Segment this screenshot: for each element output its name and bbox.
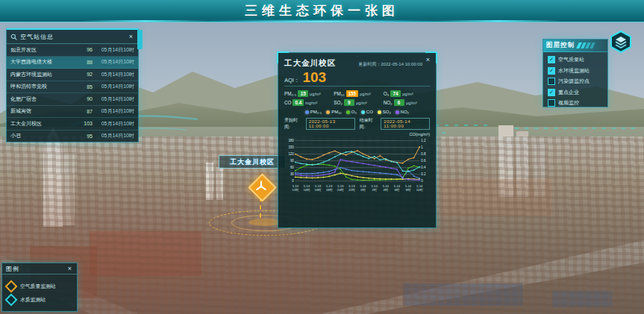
svg-text:5.148时: 5.148时: [405, 184, 412, 192]
station-row[interactable]: 如意开发区 96 05月14日10时: [7, 44, 138, 57]
end-time-input[interactable]: 2022-05-14 11:00:00: [381, 118, 430, 130]
station-row[interactable]: 小召 95 05月14日10时: [7, 131, 138, 143]
layer-control-panel: 图层控制 ✓ 空气质量站 ✓ 水环境监测站 ✓ 污染源监: [543, 39, 608, 107]
layer-item[interactable]: ✓ 重点企业: [548, 89, 603, 96]
svg-text:5.1322时: 5.1322时: [348, 184, 356, 192]
pollutant-unit: μg/m³: [310, 91, 321, 95]
station-update-time: 05月14日10时: [93, 58, 134, 66]
chart-legend-item[interactable]: PM₂.₅: [305, 110, 322, 114]
station-aqi-value: 88: [78, 60, 93, 65]
pollutant-label: PM₂.₅: [284, 91, 296, 96]
svg-text:0.8: 0.8: [421, 152, 426, 156]
station-row[interactable]: 化肥厂宿舍 90 05月14日10时: [7, 93, 138, 106]
chart-legend-item[interactable]: NO₂: [396, 110, 409, 114]
station-panel-collapse-handle[interactable]: [137, 30, 143, 49]
start-time-label: 开始时间:: [284, 117, 301, 131]
layer-checkbox[interactable]: ✓: [548, 78, 555, 85]
station-row[interactable]: 呼和浩特市党校 85 05月14日10时: [7, 81, 138, 94]
svg-text:5.140时: 5.140时: [360, 184, 366, 192]
legend-header: 图例 ×: [2, 263, 77, 274]
station-row[interactable]: 工大金川校区 103 05月14日10时: [7, 118, 138, 131]
station-list-close-icon[interactable]: ×: [128, 33, 134, 40]
pollutant-unit: μg/m³: [356, 100, 367, 104]
aqi-popup-close-icon[interactable]: ×: [425, 56, 431, 63]
layer-label: 空气质量站: [558, 56, 584, 63]
station-name: 化肥厂宿舍: [10, 95, 78, 103]
pollutant-unit: mg/m³: [305, 100, 317, 104]
legend-dot-icon: [378, 110, 381, 114]
map-marker-label[interactable]: 工大金川校区: [219, 155, 286, 169]
station-aqi-value: 96: [78, 47, 93, 52]
chart-legend-item[interactable]: CO: [361, 110, 373, 114]
legend-label: NO₂: [401, 110, 409, 114]
chart-legend-item[interactable]: O₃: [346, 110, 357, 114]
start-time-input[interactable]: 2022-05-13 11:00:00: [306, 118, 355, 130]
pollutant-value-chip: 74: [390, 90, 401, 97]
aqi-popup-title: 工大金川校区: [284, 58, 336, 69]
svg-text:0: 0: [292, 179, 294, 183]
station-name: 新城宾馆: [10, 107, 78, 115]
layer-item[interactable]: ✓ 水环境监测站: [548, 67, 603, 75]
svg-text:0.2: 0.2: [421, 172, 426, 176]
layer-item[interactable]: ✓ 空气质量站: [548, 56, 603, 63]
layer-checkbox[interactable]: ✓: [548, 67, 555, 75]
svg-text:0: 0: [421, 179, 423, 183]
station-update-time: 05月14日10时: [93, 120, 134, 128]
search-icon[interactable]: [10, 34, 17, 40]
station-row[interactable]: 内蒙古环境监测站 92 05月14日10时: [7, 69, 138, 81]
svg-text:5.142时: 5.142时: [372, 184, 378, 192]
station-aqi-value: 92: [78, 72, 93, 77]
legend-item-label: 水质监测站: [20, 296, 46, 304]
station-aqi-value: 87: [78, 109, 93, 114]
header-accent-left: [82, 20, 209, 22]
station-aqi-value: 95: [78, 134, 93, 139]
svg-text:150: 150: [288, 145, 294, 149]
svg-text:5.146时: 5.146时: [394, 184, 401, 192]
pollutant-label: PM₁₀: [334, 91, 344, 96]
station-row[interactable]: 大学西路电信大楼 88 05月14日10时: [7, 57, 138, 69]
pollutant-value-chip: 6: [394, 99, 404, 106]
svg-text:30: 30: [290, 172, 294, 176]
chart-legend-item[interactable]: SO₂: [378, 110, 391, 114]
legend-label: PM₁₀: [331, 110, 342, 114]
station-name: 大学西路电信大楼: [10, 58, 78, 66]
page-title: 三维生态环保一张图: [0, 2, 644, 19]
legend-label: O₃: [351, 110, 357, 114]
legend-title: 图例: [6, 265, 66, 273]
pollutant-cell: PM₂.₅ 15 μg/m³: [284, 90, 331, 97]
legend-dot-icon: [361, 110, 365, 114]
aqi-update-time: 更新时间：2022-05-14 10:00:00: [358, 61, 430, 68]
marker-ground-ellipse-core: [248, 219, 281, 226]
station-aqi-value: 103: [78, 121, 93, 126]
station-row[interactable]: 新城宾馆 87 05月14日10时: [7, 106, 138, 119]
header-accent-right: [435, 20, 562, 22]
layer-panel-title: 图层控制: [546, 41, 575, 50]
legend-label: CO: [366, 110, 373, 114]
chart-legend-item[interactable]: PM₁₀: [326, 110, 342, 114]
legend-close-icon[interactable]: ×: [66, 265, 73, 272]
header-stripes: [578, 43, 594, 48]
layer-item[interactable]: ✓ 视频监控: [548, 99, 603, 107]
layer-checkbox[interactable]: ✓: [548, 56, 555, 63]
pollutant-label: SO₂: [334, 100, 343, 105]
station-update-time: 05月14日10时: [93, 95, 134, 103]
svg-text:120: 120: [288, 152, 294, 156]
layer-label: 视频监控: [558, 99, 579, 107]
layer-checkbox[interactable]: ✓: [548, 99, 555, 107]
svg-text:5.1410时: 5.1410时: [416, 184, 424, 192]
end-time-label: 结束时间:: [360, 117, 377, 131]
svg-text:0.6: 0.6: [421, 159, 426, 163]
pollutant-unit: μg/m³: [402, 91, 413, 95]
station-update-time: 05月14日10时: [93, 71, 134, 78]
layer-label: 重点企业: [558, 89, 579, 96]
pollutant-cell: PM₁₀ 155 μg/m³: [334, 90, 380, 97]
legend-label: PM₂.₅: [310, 110, 322, 114]
svg-text:5.1314时: 5.1314时: [303, 184, 310, 192]
layer-item[interactable]: ✓ 污染源监控点: [548, 78, 603, 85]
station-name: 如意开发区: [10, 46, 78, 54]
legend-items: 空气质量监测站 水质监测站: [2, 274, 77, 312]
layer-checkbox[interactable]: ✓: [548, 89, 555, 96]
layers-hexagon-icon[interactable]: [609, 30, 633, 54]
station-list-header: 空气站信息 ×: [7, 30, 138, 44]
svg-text:5.144时: 5.144时: [383, 184, 390, 192]
